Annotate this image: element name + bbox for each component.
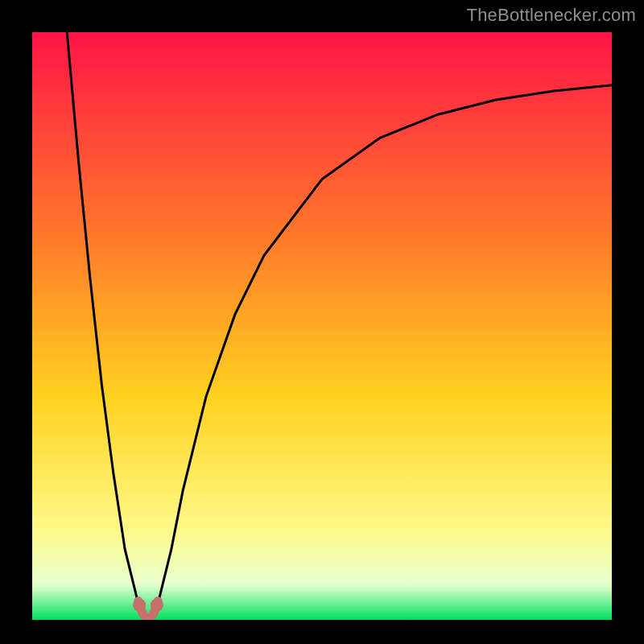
attribution-text: TheBottlenecker.com — [467, 5, 636, 26]
marker-right-foot — [151, 599, 163, 612]
marker-left-foot — [133, 599, 146, 612]
chart-frame: TheBottlenecker.com — [0, 0, 644, 644]
gradient-bg — [32, 32, 612, 620]
bottleneck-plot — [32, 32, 612, 620]
